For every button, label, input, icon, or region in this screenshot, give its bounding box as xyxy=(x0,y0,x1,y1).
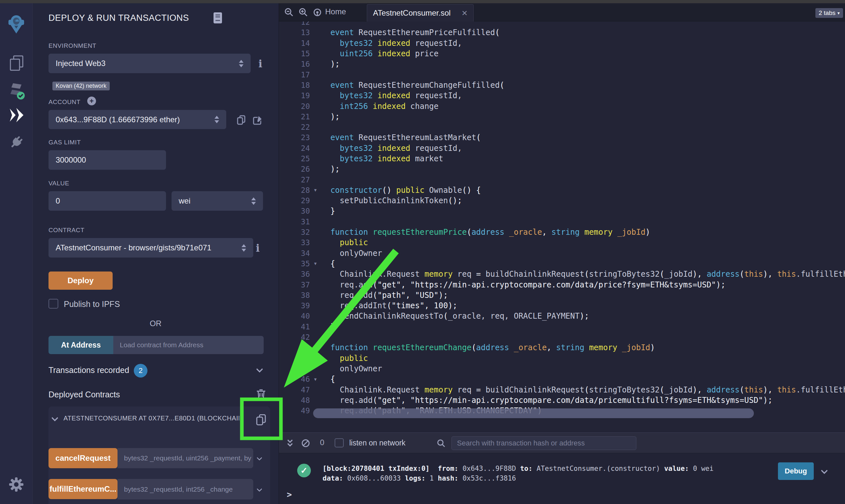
deploy-button[interactable]: Deploy xyxy=(49,271,113,290)
deployed-contract-title[interactable]: ATESTNETCONSUMER AT 0X7E7...E80D1 (BLOCK… xyxy=(64,415,239,422)
line-number: 15 xyxy=(279,50,310,58)
active-tab-label: ATestnetConsumer.sol xyxy=(373,8,450,18)
at-address-input[interactable] xyxy=(120,341,257,349)
line-number: 30 xyxy=(279,207,310,215)
line-number: 23 xyxy=(279,133,310,142)
account-select[interactable]: 0x643...9F88D (1.666673996 ether) xyxy=(49,110,226,129)
cancel-request-button[interactable]: cancelRequest xyxy=(49,448,118,468)
code-text: onlyOwner xyxy=(321,364,382,373)
debug-button[interactable]: Debug xyxy=(778,462,814,480)
transactions-count-badge: 2 xyxy=(134,364,148,378)
code-text: { xyxy=(321,259,335,268)
copy-account-icon[interactable] xyxy=(236,115,246,125)
cancel-request-params-input[interactable]: bytes32 _requestId, uint256 _payment, by xyxy=(118,448,253,468)
zoom-out-icon[interactable] xyxy=(284,7,294,17)
code-line: 23 event RequestEthereumLastMarket( xyxy=(279,132,845,143)
transaction-log[interactable]: [block:20780401 txIndex:0] from: 0x643..… xyxy=(323,464,718,483)
code-text: req.addInt("times", 100); xyxy=(321,301,457,310)
terminal-log-line: data: 0x608...60033 logs: 1 hash: 0x53c.… xyxy=(323,473,718,483)
documentation-icon[interactable] xyxy=(212,12,224,25)
code-line: 31 xyxy=(279,217,845,227)
clear-deployed-trash-icon[interactable] xyxy=(255,388,267,401)
code-text: req.add("get", "https://min-api.cryptoco… xyxy=(321,396,772,405)
cancel-request-expand-icon[interactable] xyxy=(257,455,262,461)
terminal-toolbar: 0 listen on network xyxy=(279,432,845,453)
value-input-wrap xyxy=(49,191,166,211)
transactions-collapse-icon[interactable] xyxy=(256,366,263,373)
remix-logo-icon[interactable] xyxy=(6,14,26,34)
account-label: ACCOUNT xyxy=(49,98,81,106)
horizontal-scrollbar[interactable] xyxy=(313,409,754,418)
solidity-compiler-icon[interactable] xyxy=(8,82,25,100)
log-expand-icon[interactable] xyxy=(821,467,828,474)
contract-expand-icon[interactable] xyxy=(51,415,58,421)
fulfill-expand-icon[interactable] xyxy=(257,486,262,492)
line-number: 36 xyxy=(279,270,310,278)
code-text: } xyxy=(321,322,335,331)
code-text: event RequestEthereumPriceFulfilled( xyxy=(321,28,500,37)
code-text: bytes32 indexed market xyxy=(321,154,443,163)
line-number: 32 xyxy=(279,228,310,236)
zoom-in-icon[interactable] xyxy=(298,7,308,17)
code-text: setPublicChainlinkToken(); xyxy=(321,196,462,205)
tabs-dropdown-button[interactable]: 2 tabs ▾ xyxy=(815,8,843,18)
line-number: 45 xyxy=(279,364,310,373)
line-number: 20 xyxy=(279,102,310,111)
line-number: 18 xyxy=(279,81,310,89)
line-number: 24 xyxy=(279,144,310,152)
code-line: 20 int256 indexed change xyxy=(279,101,845,111)
value-input[interactable] xyxy=(56,196,159,205)
terminal-prompt[interactable]: > xyxy=(287,490,292,500)
code-lines[interactable]: 1213 event RequestEthereumPriceFulfilled… xyxy=(279,17,845,416)
line-number: 31 xyxy=(279,218,310,226)
line-number: 42 xyxy=(279,333,310,341)
search-icon xyxy=(436,439,446,448)
terminal-panel: 0 listen on network ✓ [block:20780401 tx… xyxy=(279,432,845,504)
fold-marker-icon[interactable]: ▼ xyxy=(310,261,321,266)
code-text: int256 indexed change xyxy=(321,102,438,111)
edit-account-icon[interactable] xyxy=(253,115,263,125)
close-tab-icon[interactable]: × xyxy=(462,8,467,18)
line-number: 48 xyxy=(279,396,310,404)
fold-marker-icon[interactable]: ▼ xyxy=(310,187,321,193)
at-address-button[interactable]: At Address xyxy=(49,336,113,354)
environment-select[interactable]: Injected Web3 xyxy=(49,54,251,73)
file-explorer-icon[interactable] xyxy=(8,55,25,72)
fulfill-params-input[interactable]: bytes32 _requestId, int256 _change xyxy=(118,479,253,500)
deploy-run-icon[interactable] xyxy=(8,107,25,123)
publish-ipfs-checkbox[interactable] xyxy=(49,299,58,309)
line-number: 47 xyxy=(279,385,310,394)
listen-network-checkbox[interactable] xyxy=(334,438,344,447)
fold-marker-icon[interactable]: ▼ xyxy=(310,377,321,382)
clear-console-ban-icon[interactable] xyxy=(301,439,310,448)
value-unit-select[interactable]: wei xyxy=(172,191,263,211)
add-account-icon[interactable]: + xyxy=(87,96,96,105)
expand-terminal-icon[interactable] xyxy=(286,439,295,448)
code-line: 37 req.add("get", "https://min-api.crypt… xyxy=(279,279,845,290)
fulfill-ethereum-change-button[interactable]: fulfillEthereumC... xyxy=(49,479,118,499)
copy-contract-address-icon[interactable] xyxy=(255,414,267,426)
line-number: 33 xyxy=(279,238,310,247)
plugin-manager-icon[interactable] xyxy=(8,134,24,150)
code-line: 27 xyxy=(279,174,845,185)
code-line: 42 xyxy=(279,332,845,342)
icon-rail xyxy=(0,3,33,504)
gas-limit-input[interactable] xyxy=(56,156,159,164)
environment-info-icon[interactable]: i xyxy=(258,58,262,70)
contract-info-icon[interactable]: i xyxy=(256,242,260,254)
terminal-search-input[interactable] xyxy=(457,439,631,447)
tab-home[interactable]: Home xyxy=(325,7,346,16)
code-text: req.add("path", "USD"); xyxy=(321,291,448,300)
code-text: public xyxy=(321,238,368,247)
code-line: 36 Chainlink.Request memory req = buildC… xyxy=(279,269,845,279)
home-tab-icon[interactable] xyxy=(313,8,322,17)
deployed-contracts-label: Deployed Contracts xyxy=(49,390,120,399)
code-text: ); xyxy=(321,164,340,174)
line-number: 13 xyxy=(279,28,310,37)
environment-label: ENVIRONMENT xyxy=(49,42,96,50)
settings-gear-icon[interactable] xyxy=(8,477,24,492)
tab-active-file[interactable]: ATestnetConsumer.sol × xyxy=(367,4,473,21)
listen-network-label: listen on network xyxy=(349,439,406,447)
code-text: public xyxy=(321,354,368,363)
contract-select[interactable]: ATestnetConsumer - browser/gists/9b71e07… xyxy=(49,238,253,257)
